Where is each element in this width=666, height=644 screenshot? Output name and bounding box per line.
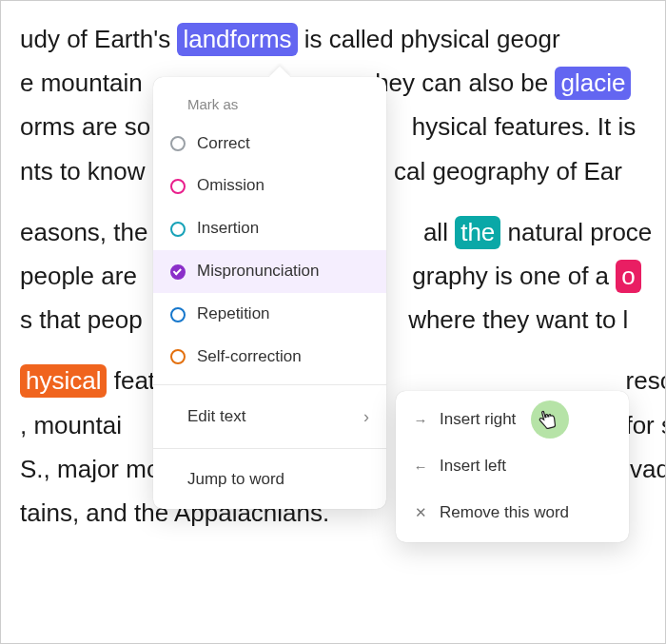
insert-left-action[interactable]: ← Insert left [396,443,629,490]
radio-checked-icon [170,264,186,280]
radio-icon [170,136,186,151]
text-fragment: hysical features. It is [412,112,637,141]
menu-item-label: Repetition [197,301,270,328]
insert-right-action[interactable]: → Insert right [396,397,629,443]
arrow-left-icon: ← [413,455,428,479]
jump-to-word-action[interactable]: Jump to word [153,455,386,509]
text-fragment: feat [107,366,155,395]
highlight-glacie[interactable]: glacie [555,67,631,100]
text-fragment: , mountai [20,411,122,439]
mark-omission[interactable]: Omission [153,165,386,207]
text-fragment: nts to know [20,157,146,185]
menu-item-label: Insert right [440,406,516,434]
menu-item-label: Omission [197,172,264,200]
radio-icon [170,222,186,237]
highlight-pink[interactable]: o [616,260,640,293]
menu-item-label: Remove this word [440,499,569,527]
menu-item-label: Insertion [197,215,259,243]
text-fragment: orms are so [20,112,150,141]
arrow-right-icon: → [413,408,428,433]
mark-correct[interactable]: Correct [153,123,386,166]
mark-mispronunciation[interactable]: Mispronunciation [153,250,386,293]
text-fragment: all [423,218,455,246]
text-fragment: reso [626,366,665,395]
chevron-right-icon: › [363,402,369,432]
highlight-hysical[interactable]: hysical [20,364,107,398]
radio-icon [170,349,186,364]
highlight-landforms[interactable]: landforms [177,23,297,56]
mark-self-correction[interactable]: Self-correction [153,336,386,379]
text-fragment: hey can also be [375,68,555,97]
text-fragment: is called physical geogr [298,25,560,53]
menu-item-label: Self-correction [197,343,302,371]
text-fragment: cal geography of Ear [394,157,622,185]
text-fragment: people are [20,262,137,290]
menu-item-label: Insert left [440,453,506,480]
menu-header: Mark as [153,85,386,123]
menu-item-label: Edit text [187,403,245,431]
menu-item-label: Jump to word [187,466,284,494]
text-fragment: natural proce [500,218,652,246]
text-fragment: e mountain [20,68,143,97]
mark-insertion[interactable]: Insertion [153,207,386,250]
text-fragment: udy of Earth's [20,25,177,53]
text-fragment: for s [625,411,665,439]
divider [153,448,386,449]
text-fragment: s that peop [20,305,143,334]
text-fragment: where they want to l [408,305,628,334]
radio-icon [170,307,186,322]
remove-word-action[interactable]: ✕ Remove this word [396,490,629,537]
menu-item-label: Mispronunciation [197,258,320,285]
mark-repetition[interactable]: Repetition [153,293,386,336]
close-icon: ✕ [413,500,428,525]
edit-text-action[interactable]: Edit text › [153,391,386,443]
highlight-the[interactable]: the [455,216,500,249]
text-fragment: easons, the [20,218,147,246]
menu-item-label: Correct [197,130,250,158]
mark-as-menu: Mark as Correct Omission Insertion Mispr… [153,77,386,509]
radio-icon [170,179,186,194]
text-fragment: graphy is one of a [412,262,616,290]
edit-text-submenu: → Insert right ← Insert left ✕ Remove th… [396,391,629,542]
divider [153,384,386,385]
text-fragment: vada [630,455,665,483]
